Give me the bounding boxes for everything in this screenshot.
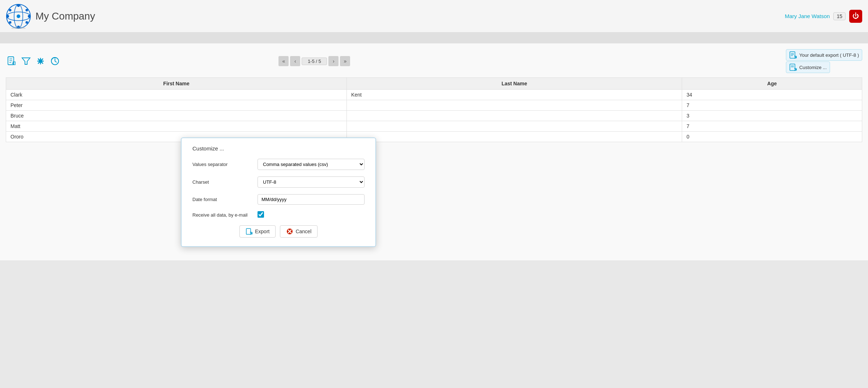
- dialog-title: Customize ...: [192, 145, 365, 152]
- cell-last-0: Kent: [347, 90, 682, 100]
- main-content: « ‹ 1-5 / 5 › »: [0, 43, 868, 260]
- notification-badge[interactable]: 15: [833, 12, 846, 20]
- export-customize-label: Customize ...: [799, 65, 827, 70]
- export-button-label: Export: [255, 229, 269, 234]
- email-checkbox[interactable]: [258, 211, 264, 218]
- cell-last-2: [347, 111, 682, 121]
- last-page-icon: »: [344, 58, 346, 64]
- table-row: Peter7: [6, 100, 862, 111]
- export-customize-icon: [789, 63, 797, 71]
- cell-last-3: [347, 121, 682, 132]
- svg-point-11: [9, 21, 12, 24]
- charset-row: Charset UTF-8 ISO-8859-1 UTF-16: [192, 176, 365, 188]
- cell-age-0: 34: [682, 90, 862, 100]
- table-row: Ororo0: [6, 132, 862, 142]
- pagination-info: 1-5 / 5: [302, 57, 327, 65]
- table-row: Bruce3: [6, 111, 862, 121]
- export-button[interactable]: Export: [239, 225, 276, 238]
- cell-first-1: Peter: [6, 100, 347, 111]
- svg-point-6: [28, 15, 31, 18]
- values-separator-label: Values separator: [192, 162, 258, 167]
- export-default-button[interactable]: Your default export ( UTF-8 ): [786, 49, 862, 61]
- gear-cross-icon: [36, 56, 45, 66]
- cell-first-2: Bruce: [6, 111, 347, 121]
- svg-point-5: [6, 15, 9, 18]
- svg-rect-36: [246, 229, 251, 234]
- export-button-icon: [246, 228, 253, 235]
- cancel-button[interactable]: Cancel: [280, 225, 318, 238]
- col-age: Age: [682, 78, 862, 90]
- next-page-button[interactable]: ›: [328, 56, 339, 66]
- table-row: ClarkKent34: [6, 90, 862, 100]
- app-header: My Company Mary Jane Watson 15 ⏻: [0, 0, 868, 33]
- charset-label: Charset: [192, 179, 258, 185]
- last-page-button[interactable]: »: [340, 56, 350, 66]
- power-button[interactable]: ⏻: [849, 10, 862, 23]
- data-table: First Name Last Name Age ClarkKent34Pete…: [6, 77, 862, 142]
- settings-icon[interactable]: [35, 55, 46, 67]
- values-separator-row: Values separator Comma separated values …: [192, 159, 365, 170]
- svg-point-3: [17, 4, 20, 7]
- company-name-label: My Company: [35, 10, 95, 22]
- cell-first-0: Clark: [6, 90, 347, 100]
- values-separator-select[interactable]: Comma separated values (csv) Semicolon s…: [258, 159, 365, 170]
- values-separator-control: Comma separated values (csv) Semicolon s…: [258, 159, 365, 170]
- col-last-name: Last Name: [347, 78, 682, 90]
- toolbar-left: [6, 55, 61, 67]
- charset-control: UTF-8 ISO-8859-1 UTF-16: [258, 176, 365, 188]
- toolbar-right: Your default export ( UTF-8 ) Customize …: [786, 49, 862, 73]
- sub-header-bar: [0, 33, 868, 43]
- svg-point-9: [9, 9, 12, 11]
- export-default-label: Your default export ( UTF-8 ): [799, 52, 859, 58]
- cancel-icon: [286, 228, 293, 235]
- cancel-button-label: Cancel: [295, 229, 311, 234]
- filter-icon[interactable]: [20, 55, 32, 67]
- prev-page-button[interactable]: ‹: [290, 56, 300, 66]
- table-header-row: First Name Last Name Age: [6, 78, 862, 90]
- select-tool-icon[interactable]: [6, 55, 17, 67]
- refresh-icon[interactable]: [49, 55, 61, 67]
- svg-rect-27: [790, 52, 795, 58]
- company-logo: [6, 4, 31, 29]
- pagination-area: « ‹ 1-5 / 5 › »: [278, 56, 350, 66]
- first-page-button[interactable]: «: [278, 56, 289, 66]
- toolbar: « ‹ 1-5 / 5 › »: [6, 49, 862, 73]
- email-control: [258, 211, 365, 219]
- dialog-buttons: Export Cancel: [192, 225, 365, 238]
- svg-point-8: [26, 9, 28, 11]
- cell-age-1: 7: [682, 100, 862, 111]
- cell-age-3: 7: [682, 121, 862, 132]
- svg-rect-32: [790, 64, 795, 71]
- col-first-name: First Name: [6, 78, 347, 90]
- next-page-icon: ›: [333, 58, 335, 64]
- funnel-icon: [21, 56, 31, 66]
- date-format-label: Date format: [192, 197, 258, 202]
- power-icon: ⏻: [852, 12, 859, 20]
- date-format-input[interactable]: [258, 194, 365, 205]
- cell-last-1: [347, 100, 682, 111]
- user-name-label: Mary Jane Watson: [785, 13, 830, 19]
- cell-age-4: 0: [682, 132, 862, 142]
- date-format-row: Date format: [192, 194, 365, 205]
- header-right: Mary Jane Watson 15 ⏻: [785, 10, 862, 23]
- first-page-icon: «: [282, 58, 285, 64]
- logo-area: My Company: [6, 4, 95, 29]
- date-format-control: [258, 194, 365, 205]
- cell-last-4: [347, 132, 682, 142]
- cell-first-3: Matt: [6, 121, 347, 132]
- table-row: Matt7: [6, 121, 862, 132]
- clock-refresh-icon: [50, 56, 60, 66]
- customize-dialog: Customize ... Values separator Comma sep…: [181, 137, 376, 247]
- charset-select[interactable]: UTF-8 ISO-8859-1 UTF-16: [258, 176, 365, 188]
- svg-point-10: [26, 21, 28, 24]
- email-label: Receive all data, by e-mail: [192, 212, 258, 218]
- export-customize-button[interactable]: Customize ...: [786, 61, 830, 73]
- prev-page-icon: ‹: [294, 58, 296, 64]
- svg-marker-19: [22, 58, 30, 64]
- export-default-icon: [789, 51, 797, 59]
- cell-age-2: 3: [682, 111, 862, 121]
- checklist-icon: [7, 56, 17, 66]
- email-row: Receive all data, by e-mail: [192, 211, 365, 219]
- svg-point-7: [17, 14, 20, 18]
